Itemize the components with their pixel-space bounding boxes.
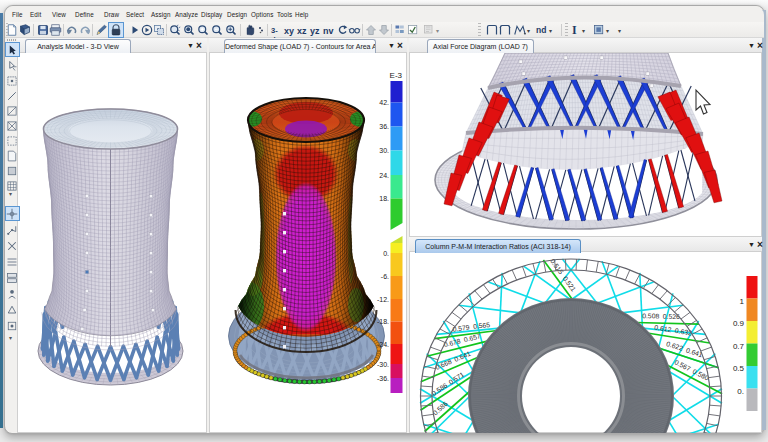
svg-text:0.521: 0.521 [562,275,578,293]
svg-text:0.9: 0.9 [733,319,745,328]
svg-text:0.622: 0.622 [665,340,684,352]
svg-text:-6.: -6. [381,273,389,280]
svg-text:0.7: 0.7 [733,342,745,351]
svg-text:0.526: 0.526 [663,313,680,320]
svg-text:E-3: E-3 [390,71,403,80]
svg-text:-18.: -18. [377,318,389,325]
svg-text:36.: 36. [379,123,389,130]
svg-text:-30.: -30. [377,361,389,368]
svg-text:0.: 0. [737,387,744,396]
svg-text:0.: 0. [383,250,389,257]
svg-text:0.632: 0.632 [674,327,692,337]
svg-text:0.612: 0.612 [654,324,672,334]
svg-text:24.: 24. [379,172,389,179]
svg-text:0.508: 0.508 [642,312,659,319]
svg-text:1: 1 [740,297,745,306]
svg-text:-36.: -36. [377,375,389,382]
svg-text:-12.: -12. [377,296,389,303]
svg-text:18.: 18. [379,195,389,202]
svg-text:0.5: 0.5 [733,364,745,373]
svg-text:42.: 42. [379,99,389,106]
svg-text:-24.: -24. [377,341,389,348]
svg-text:0.586: 0.586 [432,400,449,417]
svg-text:30.: 30. [379,147,389,154]
